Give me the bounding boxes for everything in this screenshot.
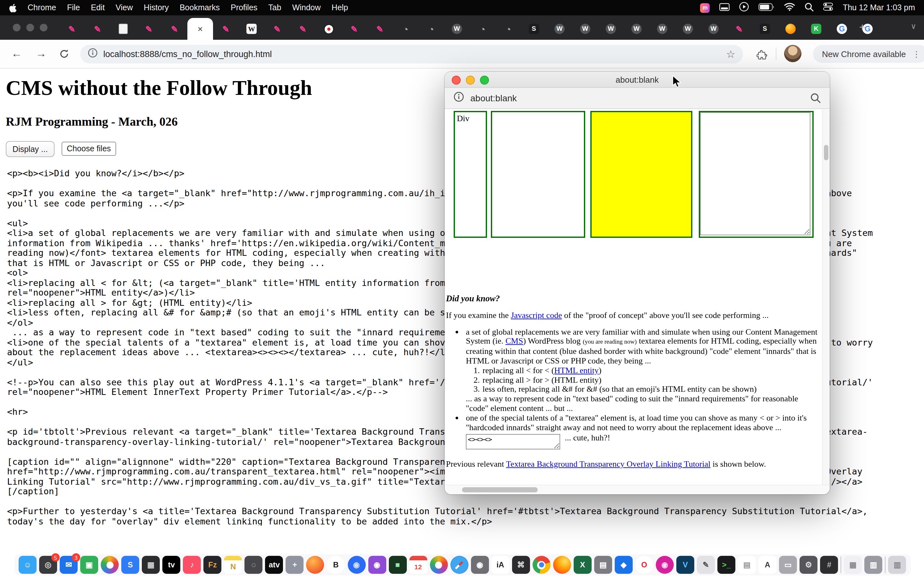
browser-tab[interactable]: ✎ xyxy=(162,18,187,40)
popup-site-info-icon[interactable] xyxy=(454,92,464,105)
popup-url-text[interactable]: about:blank xyxy=(470,93,517,103)
menu-bar-item[interactable]: Edit xyxy=(91,3,105,12)
javascript-code-link[interactable]: Javascript code xyxy=(511,310,562,320)
window-close-button[interactable] xyxy=(13,24,21,31)
dock-app-icon[interactable]: ▦ xyxy=(844,556,862,574)
browser-tab[interactable]: W xyxy=(547,18,572,40)
dock-app-icon[interactable] xyxy=(430,556,447,574)
site-info-icon[interactable] xyxy=(88,48,97,60)
dock-app-icon[interactable]: B xyxy=(327,556,345,574)
browser-tab[interactable]: W xyxy=(239,18,264,40)
browser-tab[interactable]: ◔ xyxy=(393,18,418,40)
dock-app-icon[interactable]: ▥ xyxy=(865,556,883,574)
mini-demo-textarea[interactable]: <><><> xyxy=(466,434,560,450)
dock-app-icon[interactable]: ◆ xyxy=(615,556,633,574)
popup-title-bar[interactable]: about:blank xyxy=(445,72,830,88)
browser-tab[interactable]: ✎ xyxy=(290,18,316,40)
browser-tab[interactable]: ◔ xyxy=(470,18,495,40)
previous-tutorial-link[interactable]: Textarea Background Transparency Overlay… xyxy=(506,459,710,469)
apple-menu-icon[interactable] xyxy=(9,3,17,13)
menu-bar-clock[interactable]: Thu 12 Mar 1:03 pm xyxy=(843,3,915,12)
popup-horizontal-scroll-thumb[interactable] xyxy=(462,487,538,492)
bookmark-star-icon[interactable]: ☆ xyxy=(726,48,735,60)
battery-icon[interactable] xyxy=(759,3,775,13)
browser-tab[interactable]: ✎ xyxy=(264,18,290,40)
popup-window[interactable]: about:blank about:blank Div Did you know… xyxy=(445,72,830,494)
url-text[interactable]: localhost:8888/cms_no_follow_through.htm… xyxy=(103,49,272,59)
browser-tab[interactable] xyxy=(110,18,136,40)
browser-tab[interactable]: W xyxy=(598,18,624,40)
dock-app-icon[interactable]: S xyxy=(121,556,139,574)
dock-app-icon[interactable]: ▣ xyxy=(80,556,98,574)
forward-button[interactable]: → xyxy=(33,46,49,61)
popup-vertical-scrollbar[interactable] xyxy=(822,110,830,485)
menu-bar-item[interactable]: History xyxy=(144,3,169,12)
popup-vertical-scroll-thumb[interactable] xyxy=(824,145,829,160)
dock-app-icon[interactable] xyxy=(841,556,842,573)
browser-tab[interactable]: W xyxy=(444,18,470,40)
dock-app-icon[interactable]: ▦ xyxy=(142,556,160,574)
window-minimize-button[interactable] xyxy=(26,24,34,31)
browser-tab[interactable]: W xyxy=(675,18,701,40)
browser-tab[interactable]: ✎ xyxy=(85,18,110,40)
dock-app-icon[interactable] xyxy=(553,556,571,574)
browser-tab[interactable]: ✎ xyxy=(367,18,393,40)
dock-app-icon[interactable]: ◉ xyxy=(656,556,674,574)
dock-app-icon[interactable]: >_ xyxy=(717,556,735,574)
dock-app-icon[interactable] xyxy=(101,556,119,574)
popup-zoom-search-icon[interactable] xyxy=(811,93,821,103)
dock-app-icon[interactable]: ▤ xyxy=(738,556,756,574)
choose-files-button[interactable]: Choose files xyxy=(61,142,116,156)
dock-app-icon[interactable]: ■ xyxy=(389,556,407,574)
browser-tab[interactable]: W xyxy=(624,18,649,40)
popup-address-bar[interactable]: about:blank xyxy=(445,88,830,109)
dock-app-icon[interactable]: tv xyxy=(162,556,180,574)
dock-app-icon[interactable] xyxy=(885,556,886,573)
menu-bar-item[interactable]: Window xyxy=(292,3,321,12)
dock-app-icon[interactable]: ◉ xyxy=(471,556,489,574)
browser-tab[interactable]: S xyxy=(521,18,547,40)
dock-app-icon[interactable]: ☺ xyxy=(19,556,37,574)
chrome-update-button[interactable]: New Chrome available ⋮ xyxy=(813,45,924,63)
display-button[interactable]: Display ... xyxy=(6,141,55,157)
html-entity-link[interactable]: HTML entity xyxy=(554,366,599,375)
browser-tab[interactable]: W xyxy=(701,18,726,40)
back-button[interactable]: ← xyxy=(9,46,24,61)
status-app-icon[interactable]: m xyxy=(700,3,710,13)
browser-tab[interactable]: × xyxy=(187,18,213,40)
profile-avatar[interactable] xyxy=(784,45,801,62)
dock-app-icon[interactable]: X xyxy=(573,556,591,574)
dock-app-icon[interactable]: ♪ xyxy=(183,556,201,574)
browser-menu-kebab-icon[interactable]: ⋮ xyxy=(913,49,921,59)
menu-bar-item[interactable]: Tab xyxy=(268,3,281,12)
dock-app-icon[interactable]: ◎ 5 xyxy=(39,556,57,574)
menu-bar-item[interactable]: Bookmarks xyxy=(180,3,220,12)
browser-tab[interactable]: ✎ xyxy=(213,18,239,40)
dock-app-icon[interactable]: V xyxy=(676,556,694,574)
control-center-icon[interactable] xyxy=(824,3,833,13)
dock-app-icon[interactable]: 12 xyxy=(409,556,427,574)
dock-app-icon[interactable]: ⚙ xyxy=(800,556,817,574)
address-bar[interactable]: localhost:8888/cms_no_follow_through.htm… xyxy=(80,45,743,63)
dock-app-icon[interactable] xyxy=(450,556,468,574)
reload-button[interactable] xyxy=(57,46,72,61)
menu-bar-item[interactable]: File xyxy=(67,3,80,12)
browser-tab[interactable]: W xyxy=(649,18,675,40)
menu-bar-item[interactable]: Profiles xyxy=(231,3,257,12)
dock-app-icon[interactable]: atv xyxy=(265,556,283,574)
dock-app-icon[interactable]: Fz xyxy=(204,556,222,574)
browser-tab[interactable]: ✎ xyxy=(59,18,85,40)
cms-link[interactable]: CMS xyxy=(506,336,523,346)
tab-overflow-chevron-icon[interactable]: ∨ xyxy=(911,22,916,31)
popup-horizontal-scrollbar[interactable] xyxy=(445,485,830,494)
window-zoom-button[interactable] xyxy=(40,24,47,31)
dock-app-icon[interactable]: # xyxy=(820,556,838,574)
dock-app-icon[interactable]: ▭ xyxy=(779,556,797,574)
dock-app-icon[interactable]: ◌ xyxy=(245,556,263,574)
browser-tab[interactable]: S xyxy=(752,18,778,40)
new-tab-button[interactable]: + xyxy=(855,20,870,35)
proof-textarea[interactable] xyxy=(700,112,811,235)
menu-bar-item[interactable]: View xyxy=(115,3,133,12)
browser-tab[interactable]: ◔ xyxy=(418,18,444,40)
browser-tab[interactable]: G xyxy=(829,18,855,40)
